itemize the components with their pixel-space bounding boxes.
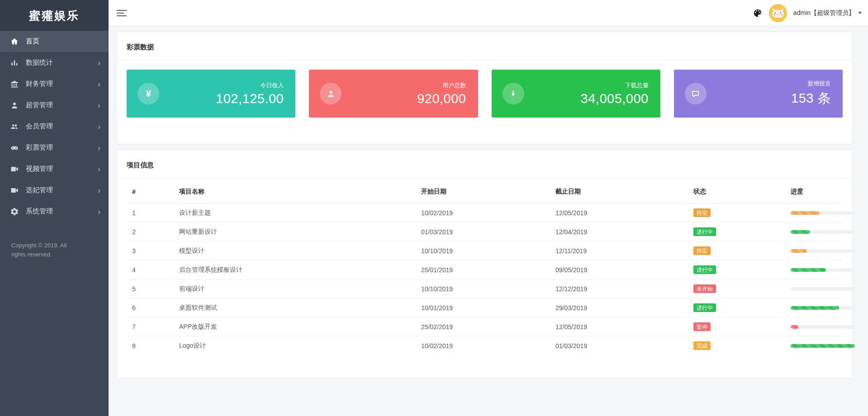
video-icon [10,165,19,174]
sidebar-item-4[interactable]: 超管管理 › [0,95,109,116]
cell-end-date: 29/03/2019 [550,298,688,317]
cell-start-date: 10/01/2019 [416,298,550,317]
download-icon [508,89,518,99]
stat-card: 用户总数 920,000 [309,70,478,118]
stat-card-label: 今日收入 [216,81,284,90]
cell-progress [785,260,843,279]
cell-status: 完成 [688,336,785,355]
sidebar-item-3[interactable]: 财务管理 › [0,73,109,95]
table-row: 2 网站重新设计 01/03/2019 12/04/2019 进行中 [127,222,843,241]
table-row: 4 后台管理系统模板设计 25/01/2019 09/05/2019 进行中 [127,260,843,279]
user-dropdown[interactable]: admin【超级管理员】 [793,9,862,17]
cell-end-date: 12/05/2019 [550,317,688,336]
stat-card: 下载总量 34,005,000 [492,70,660,118]
cell-status: 未开始 [688,279,785,298]
pig-avatar[interactable] [769,4,787,22]
sidebar-item-8[interactable]: 选妃管理 › [0,180,109,201]
cell-name: 网站重新设计 [174,222,416,241]
cell-status: 待定 [688,241,785,260]
projects-panel: 项目信息 # 项目名称 开始日期 截止日期 状态 进 [117,150,853,378]
projects-panel-title: 项目信息 [117,150,852,178]
cell-progress [785,317,843,336]
table-row: 6 桌面软件测试 10/01/2019 29/03/2019 进行中 [127,298,843,317]
cell-status: 进行中 [688,260,785,279]
cell-name: Logo设计 [174,336,416,355]
topbar-right: admin【超级管理员】 [753,4,862,22]
topbar: admin【超级管理员】 [109,0,868,26]
copyright-text: Copyright © 2019. All rights reserved. [0,241,90,259]
progress-fill [791,306,839,310]
stat-card-value: 102,125.00 [216,91,284,106]
cell-status: 暂停 [688,317,785,336]
cell-name: APP改版开发 [174,317,416,336]
cell-id: 7 [127,317,174,336]
progress-bar [791,287,855,291]
cell-start-date: 10/02/2019 [416,203,550,222]
cell-end-date: 12/04/2019 [550,222,688,241]
cell-name: 后台管理系统模板设计 [174,260,416,279]
stat-card-label: 下载总量 [581,81,649,90]
status-badge: 待定 [693,208,711,217]
col-header-progress: 进度 [785,179,843,203]
sidebar-item-5[interactable]: 会员管理 › [0,116,109,137]
progress-fill [791,344,855,348]
table-row: 7 APP改版开发 25/02/2019 12/05/2019 暂停 [127,317,843,336]
sidebar-item-1[interactable]: 首页 › [0,31,109,52]
brand-title: 蜜獾娱乐 [0,0,109,31]
stat-card-label: 新增留言 [791,80,831,88]
cell-id: 8 [127,336,174,355]
users-icon [10,122,19,131]
progress-bar [791,211,855,215]
stat-card-value: 920,000 [417,91,466,106]
cell-id: 5 [127,279,174,298]
stat-cards: ¥ 今日收入 102,125.00 用户总数 920,000 下载总量 34,0… [117,61,852,144]
table-row: 8 Logo设计 10/02/2019 01/03/2019 完成 [127,336,843,355]
status-badge: 完成 [693,341,711,350]
stat-card-label: 用户总数 [417,81,466,90]
cell-progress [785,203,843,222]
sidebar-item-2[interactable]: 数据统计 › [0,52,109,73]
cell-name: 模型设计 [174,241,416,260]
sidebar-item-7[interactable]: 视频管理 › [0,158,109,180]
cell-name: 桌面软件测试 [174,298,416,317]
status-badge: 暂停 [693,322,711,331]
stats-panel-title: 彩票数据 [117,32,852,60]
user-name: admin【超级管理员】 [793,9,855,17]
status-badge: 进行中 [693,265,716,274]
chevron-right-icon: › [98,101,100,109]
main-area: admin【超级管理员】 彩票数据 ¥ 今日收入 102,125.00 用户总数… [109,0,868,416]
status-badge: 待定 [693,246,711,255]
chevron-right-icon: › [98,59,100,67]
yen-icon: ¥ [146,88,151,99]
status-badge: 进行中 [693,303,716,312]
cell-status: 进行中 [688,222,785,241]
table-row: 3 模型设计 10/10/2019 12/11/2019 待定 [127,241,843,260]
chevron-right-icon: › [98,144,100,152]
cell-progress [785,279,843,298]
caret-down-icon [858,12,862,14]
table-row: 5 前端设计 10/10/2019 12/12/2019 未开始 [127,279,843,298]
projects-table: # 项目名称 开始日期 截止日期 状态 进度 1 设计新主题 10/02/201… [127,179,843,355]
bank-icon [10,80,19,89]
cell-progress [785,222,843,241]
status-badge: 未开始 [693,284,716,293]
chevron-right-icon: › [98,123,100,131]
progress-bar [791,230,855,234]
cell-id: 6 [127,298,174,317]
sidebar-item-6[interactable]: 彩票管理 › [0,137,109,158]
cell-start-date: 01/03/2019 [416,222,550,241]
stat-card-value: 153 条 [791,90,831,108]
cell-end-date: 12/12/2019 [550,279,688,298]
hamburger-icon[interactable] [117,8,128,18]
cell-start-date: 25/02/2019 [416,317,550,336]
col-header-start: 开始日期 [416,179,550,203]
sidebar-item-9[interactable]: 系统管理 › [0,201,109,222]
user-icon [10,101,19,110]
palette-icon[interactable] [753,8,763,18]
cell-progress [785,298,843,317]
cell-end-date: 12/05/2019 [550,203,688,222]
sidebar-menu: 首页 › 数据统计 › 财务管理 › 超管管理 › 会员管理 › 彩票管理 › … [0,31,109,222]
progress-fill [791,325,798,329]
bar-chart-icon [10,58,19,67]
cell-id: 4 [127,260,174,279]
